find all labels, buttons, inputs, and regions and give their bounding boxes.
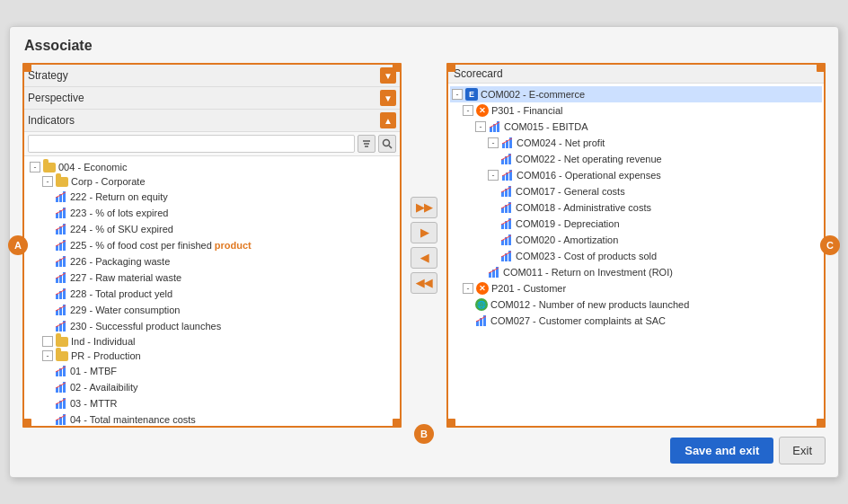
middle-buttons-panel: B ▶▶ ▶ ◀ ◀◀ (402, 63, 446, 428)
expand-com002[interactable]: - (452, 89, 463, 100)
sc-item-com012[interactable]: 🌐 COM012 - Number of new products launch… (450, 296, 822, 313)
tree-item-03[interactable]: 03 - MTTR (26, 395, 398, 411)
associate-dialog: Associate A Strategy ▼ Perspective ▼ Ind… (9, 26, 839, 478)
tree-item-pr[interactable]: - PR - Production (26, 349, 398, 363)
sc-label-com023: COM023 - Cost of products sold (516, 251, 657, 261)
perspective-dropdown-row[interactable]: Perspective ▼ (24, 87, 400, 110)
tree-item-222[interactable]: 222 - Return on equity (26, 189, 398, 205)
sc-item-com027[interactable]: COM027 - Customer complaints at SAC (450, 313, 822, 329)
exit-button[interactable]: Exit (779, 437, 826, 464)
kpi-icon-226 (55, 255, 67, 268)
expand-eco[interactable]: - (30, 162, 40, 172)
sc-label-p301: P301 - Financial (491, 105, 563, 116)
tree-item-01[interactable]: 01 - MTBF (26, 363, 398, 379)
expand-ind[interactable] (42, 336, 53, 347)
sc-label-com015: COM015 - EBITDA (504, 121, 588, 132)
save-and-exit-button[interactable]: Save and exit (670, 438, 773, 464)
orange-x-icon-p201: ✕ (476, 282, 489, 295)
item-label-229: 229 - Water consumption (70, 305, 180, 315)
item-label-02: 02 - Availaibility (70, 382, 138, 393)
add-one-button[interactable]: ▶ (411, 222, 437, 243)
kpi-icon-com022 (500, 153, 513, 165)
kpi-icon-com018 (500, 201, 513, 214)
sc-item-com002[interactable]: - E COM002 - E-commerce (450, 86, 822, 102)
sc-label-com002: COM002 - E-commerce (481, 89, 585, 100)
expand-p301[interactable]: - (463, 105, 473, 116)
remove-one-button[interactable]: ◀ (411, 247, 437, 269)
sc-item-p201[interactable]: - ✕ P201 - Customer (450, 280, 822, 296)
expand-p201[interactable]: - (463, 283, 473, 294)
kpi-icon-228 (55, 287, 67, 300)
sc-label-com017: COM017 - General costs (516, 186, 625, 197)
expand-com024[interactable]: - (488, 137, 499, 148)
expand-com015[interactable]: - (475, 121, 486, 132)
left-tree: - 004 - Economic - Corp - Corporate 222 … (24, 156, 400, 426)
item-label-226: 226 - Packaging waste (70, 256, 170, 267)
item-label-ind: Ind - Individual (71, 336, 136, 347)
sc-item-com017[interactable]: COM017 - General costs (450, 183, 822, 199)
sc-item-p301[interactable]: - ✕ P301 - Financial (450, 102, 822, 119)
svg-point-3 (384, 140, 390, 146)
remove-all-button[interactable]: ◀◀ (411, 272, 437, 294)
indicators-dropdown-row[interactable]: Indicators ▲ (24, 110, 400, 132)
kpi-icon-223 (55, 207, 67, 219)
tree-item-226[interactable]: 226 - Packaging waste (26, 253, 398, 270)
left-panel: A Strategy ▼ Perspective ▼ Indicators ▲ (22, 63, 402, 428)
kpi-icon-com020 (500, 234, 513, 246)
tree-item-225[interactable]: 225 - % of food cost per finished produc… (26, 237, 398, 253)
sc-label-com016: COM016 - Operational expenses (517, 170, 661, 181)
sc-item-com011[interactable]: COM011 - Return on Investment (ROI) (450, 264, 822, 280)
sc-label-com018: COM018 - Administrative costs (516, 202, 651, 213)
kpi-icon-229 (55, 304, 67, 316)
filter-btn[interactable] (358, 135, 375, 153)
kpi-icon-225 (55, 239, 67, 252)
label-c: C (820, 235, 840, 255)
ecom-icon: E (465, 88, 478, 101)
sc-item-com018[interactable]: COM018 - Administrative costs (450, 199, 822, 216)
tree-item-228[interactable]: 228 - Total product yeld (26, 286, 398, 302)
item-label-eco: 004 - Economic (58, 162, 127, 172)
tree-item-ind[interactable]: Ind - Individual (26, 334, 398, 349)
search-input[interactable] (28, 135, 355, 153)
tree-item-corp[interactable]: - Corp - Corporate (26, 174, 398, 189)
tree-item-229[interactable]: 229 - Water consumption (26, 302, 398, 318)
right-tree: - E COM002 - E-commerce - ✕ P301 - Finan… (448, 84, 824, 332)
sc-item-com016[interactable]: - COM016 - Operational expenses (450, 167, 822, 183)
tree-item-02[interactable]: 02 - Availaibility (26, 379, 398, 395)
add-all-button[interactable]: ▶▶ (411, 197, 437, 218)
sc-item-com020[interactable]: COM020 - Amortization (450, 232, 822, 248)
expand-pr[interactable]: - (42, 350, 53, 361)
sc-label-com011: COM011 - Return on Investment (ROI) (503, 267, 673, 278)
kpi-icon-02 (55, 381, 67, 393)
tree-item-223[interactable]: 223 - % of lots expired (26, 205, 398, 221)
dialog-title: Associate (22, 38, 826, 54)
item-label-222: 222 - Return on equity (70, 191, 168, 202)
tree-item-230[interactable]: 230 - Successful product launches (26, 318, 398, 334)
tree-item-224[interactable]: 224 - % of SKU expired (26, 221, 398, 237)
expand-corp[interactable]: - (42, 176, 53, 187)
kpi-icon-com027 (475, 314, 488, 327)
sc-label-com027: COM027 - Customer complaints at SAC (490, 315, 666, 326)
sc-label-com012: COM012 - Number of new products launched (490, 299, 689, 310)
sc-item-com023[interactable]: COM023 - Cost of products sold (450, 248, 822, 264)
item-label-223: 223 - % of lots expired (70, 208, 168, 218)
perspective-dropdown-btn[interactable]: ▼ (380, 90, 396, 106)
sc-item-com024[interactable]: - COM024 - Net profit (450, 135, 822, 151)
item-label-04: 04 - Total maintenance costs (70, 414, 196, 425)
sc-item-com022[interactable]: COM022 - Net operating revenue (450, 151, 822, 167)
search-tree-btn[interactable] (378, 135, 396, 153)
tree-item-227[interactable]: 227 - Raw material waste (26, 270, 398, 286)
item-label-228: 228 - Total product yeld (70, 288, 172, 299)
kpi-icon-com011 (488, 266, 500, 279)
sc-item-com015[interactable]: - COM015 - EBITDA (450, 119, 822, 135)
item-label-03: 03 - MTTR (70, 398, 118, 409)
tree-item-04[interactable]: 04 - Total maintenance costs (26, 411, 398, 426)
folder-icon-pr (56, 351, 68, 361)
expand-com016[interactable]: - (488, 170, 499, 181)
sc-item-com019[interactable]: COM019 - Depreciation (450, 216, 822, 232)
indicators-dropdown-btn[interactable]: ▲ (380, 112, 396, 128)
tree-item-eco[interactable]: - 004 - Economic (26, 160, 398, 174)
kpi-icon-01 (55, 365, 67, 377)
strategy-dropdown-row[interactable]: Strategy ▼ (24, 65, 400, 87)
kpi-icon-230 (55, 320, 67, 332)
